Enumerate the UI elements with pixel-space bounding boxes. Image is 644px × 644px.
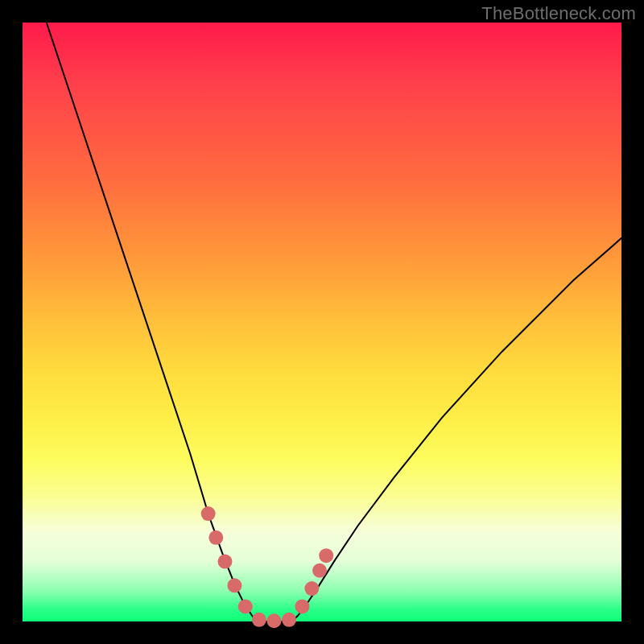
watermark-text: TheBottleneck.com [481,3,636,24]
plot-area [23,23,621,621]
marker-dot [227,578,242,592]
series-left-curve [47,23,256,621]
series-right-curve [292,238,621,621]
marker-dot [208,530,223,545]
marker-dot [312,564,327,578]
marker-dot [217,555,232,569]
marker-dot [304,581,319,596]
marker-dot [201,506,216,521]
chart-frame: TheBottleneck.com [0,0,644,644]
marker-dot [252,613,266,627]
chart-lines [47,23,621,621]
chart-markers [201,506,334,628]
marker-dot [238,599,253,613]
marker-dot [319,548,333,563]
marker-dot [266,613,281,628]
marker-dot [295,599,309,613]
marker-dot [282,613,296,627]
chart-svg [23,23,621,621]
